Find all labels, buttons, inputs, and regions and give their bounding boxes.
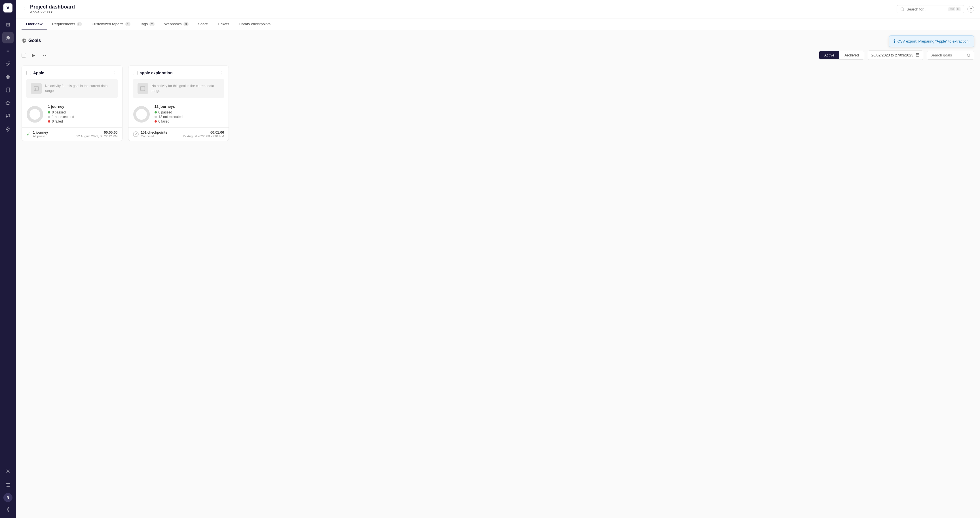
active-status-button[interactable]: Active bbox=[819, 51, 839, 59]
csv-notification-text: CSV export: Preparing "Apple" to extract… bbox=[897, 39, 969, 43]
goal-title: apple exploration bbox=[140, 71, 173, 75]
chevron-down-icon: ▾ bbox=[51, 10, 52, 14]
footer-journey-label: 101 checkpoints bbox=[141, 131, 167, 134]
svg-line-9 bbox=[903, 10, 904, 11]
global-search[interactable]: ctrl K bbox=[897, 5, 964, 13]
sidebar-item-chat[interactable] bbox=[2, 480, 14, 491]
sidebar-item-list[interactable]: ≡ bbox=[2, 45, 14, 56]
sidebar-item-dashboard[interactable]: ⊞ bbox=[2, 19, 14, 30]
sidebar-item-target[interactable]: ◎ bbox=[2, 32, 14, 43]
goal-card-footer: ✓ 1 journey All passed 00:00:00 22 Augus… bbox=[22, 128, 122, 141]
search-icon bbox=[900, 7, 904, 11]
footer-time: 00:00:00 bbox=[76, 131, 118, 134]
svg-point-26 bbox=[28, 107, 42, 121]
play-button[interactable]: ▶ bbox=[29, 51, 38, 60]
tab-requirements[interactable]: Requirements 0 bbox=[48, 18, 86, 30]
goal-title-row: apple exploration bbox=[133, 71, 173, 75]
svg-rect-1 bbox=[8, 75, 10, 76]
goal-menu-button[interactable]: ⋮ bbox=[219, 70, 224, 76]
goal-card-header: apple exploration ⋮ bbox=[129, 66, 229, 79]
search-input[interactable] bbox=[907, 7, 946, 11]
svg-marker-6 bbox=[6, 127, 10, 131]
svg-point-8 bbox=[901, 8, 904, 10]
journey-stats: 1 journey 0 passed 1 not executed 0 fail… bbox=[22, 102, 122, 128]
goal-title: Apple bbox=[33, 71, 44, 75]
goal-card-footer: 101 checkpoints Canceled 00:01:06 22 Aug… bbox=[129, 128, 229, 141]
info-icon: ℹ bbox=[894, 38, 895, 44]
tab-overview[interactable]: Overview bbox=[22, 18, 47, 30]
logo[interactable]: V bbox=[3, 3, 13, 13]
goals-icon bbox=[22, 38, 26, 43]
status-toggle: Active Archived bbox=[819, 51, 864, 60]
tab-share[interactable]: Share bbox=[194, 18, 213, 30]
svg-rect-22 bbox=[34, 86, 38, 91]
svg-rect-16 bbox=[916, 53, 919, 56]
sidebar-item-settings[interactable] bbox=[2, 465, 14, 477]
svg-point-11 bbox=[23, 40, 25, 42]
stats-list: 1 journey 0 passed 1 not executed 0 fail… bbox=[48, 104, 118, 124]
tabs-bar: Overview Requirements 0 Customized repor… bbox=[16, 18, 980, 30]
archived-status-button[interactable]: Archived bbox=[839, 51, 864, 59]
tab-customized-reports[interactable]: Customized reports 1 bbox=[87, 18, 135, 30]
footer-left: ✓ 1 journey All passed bbox=[26, 131, 48, 138]
failed-stat: 0 failed bbox=[154, 120, 224, 123]
svg-rect-0 bbox=[6, 75, 7, 76]
stats-list: 12 journeys 0 passed 12 not executed 0 f… bbox=[154, 104, 224, 124]
sidebar-item-book[interactable] bbox=[2, 84, 14, 96]
customized-reports-badge: 1 bbox=[125, 22, 130, 26]
requirements-badge: 0 bbox=[77, 22, 82, 26]
footer-sub: All passed bbox=[33, 134, 48, 138]
select-all-checkbox[interactable] bbox=[22, 53, 26, 57]
footer-status-icon: ✓ bbox=[26, 131, 30, 137]
goal-card: apple exploration ⋮ No activity for this… bbox=[128, 65, 229, 141]
tab-library-checkpoints[interactable]: Library checkpoints bbox=[234, 18, 275, 30]
journey-count: 12 journeys bbox=[154, 104, 224, 108]
no-activity-icon bbox=[138, 83, 148, 94]
goals-grid: Apple ⋮ No activity for this goal in the… bbox=[22, 65, 974, 141]
ctrl-key: ctrl bbox=[948, 7, 955, 11]
sidebar-item-grid[interactable] bbox=[2, 71, 14, 83]
project-name: Apple 22/08 bbox=[30, 10, 49, 14]
goal-checkbox[interactable] bbox=[133, 71, 138, 75]
header-subtitle[interactable]: Apple 22/08 ▾ bbox=[30, 10, 893, 14]
passed-dot bbox=[154, 111, 157, 113]
no-activity-section: No activity for this goal in the current… bbox=[133, 79, 224, 98]
help-button[interactable]: ? bbox=[967, 6, 974, 13]
search-goals[interactable] bbox=[927, 51, 974, 60]
passed-stat: 0 passed bbox=[154, 110, 224, 114]
goal-menu-button[interactable]: ⋮ bbox=[112, 70, 118, 76]
date-range-text: 26/02/2023 to 27/03/2023 bbox=[872, 53, 913, 57]
svg-rect-3 bbox=[6, 77, 7, 79]
svg-point-30 bbox=[135, 107, 148, 121]
sidebar-item-flag[interactable] bbox=[2, 110, 14, 122]
sidebar: V ⊞ ◎ ≡ R ❮ bbox=[0, 0, 16, 518]
footer-right: 00:01:06 22 August 2022, 08:27:01 PM bbox=[183, 131, 224, 138]
footer-right: 00:00:00 22 August 2022, 08:22:12 PM bbox=[76, 131, 118, 138]
main-content: ⋮ Project dashboard Apple 22/08 ▾ ctrl K… bbox=[16, 0, 980, 518]
not-executed-dot bbox=[48, 116, 50, 118]
sidebar-item-link[interactable] bbox=[2, 58, 14, 70]
more-options-button[interactable]: ⋯ bbox=[41, 51, 50, 60]
goal-title-row: Apple bbox=[26, 71, 44, 75]
date-range-picker[interactable]: 26/02/2023 to 27/03/2023 bbox=[868, 51, 923, 60]
tab-webhooks[interactable]: Webhooks 0 bbox=[160, 18, 193, 30]
goal-checkbox[interactable] bbox=[26, 71, 31, 75]
failed-dot bbox=[154, 120, 157, 123]
search-goals-input[interactable] bbox=[931, 53, 964, 57]
tab-tags[interactable]: Tags 2 bbox=[135, 18, 159, 30]
goals-title-row: Goals bbox=[22, 38, 41, 43]
sidebar-item-lightning[interactable] bbox=[2, 123, 14, 135]
tags-badge: 2 bbox=[150, 22, 154, 26]
svg-point-12 bbox=[24, 40, 24, 41]
header-menu-icon[interactable]: ⋮ bbox=[22, 6, 27, 12]
not-executed-stat: 1 not executed bbox=[48, 115, 118, 119]
csv-notification: ℹ CSV export: Preparing "Apple" to extra… bbox=[889, 35, 974, 47]
svg-rect-2 bbox=[8, 77, 10, 79]
sidebar-item-sparkle[interactable] bbox=[2, 97, 14, 108]
keyboard-hint: ctrl K bbox=[948, 7, 961, 11]
tab-tickets[interactable]: Tickets bbox=[213, 18, 234, 30]
goals-heading: Goals bbox=[29, 38, 41, 43]
sidebar-collapse-button[interactable]: ❮ bbox=[2, 503, 14, 515]
avatar[interactable]: R bbox=[3, 493, 13, 502]
failed-dot bbox=[48, 120, 50, 123]
